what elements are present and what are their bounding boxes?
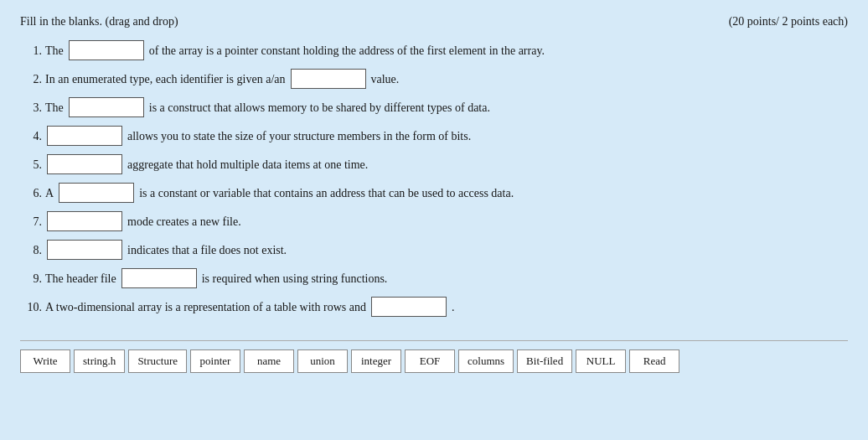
q2-text-after: value.: [371, 70, 400, 88]
question-row-1: 1. The of the array is a pointer constan…: [20, 40, 848, 60]
drag-bar: Writestring.hStructurepointernameunionin…: [20, 340, 848, 373]
question-row-7: 7. mode creates a new file.: [20, 211, 848, 231]
drag-item-structure[interactable]: Structure: [128, 349, 187, 373]
q6-blank[interactable]: [59, 183, 134, 203]
q5-number: 5.: [20, 156, 42, 173]
q2-number: 2.: [20, 70, 42, 88]
q8-text-after: indicates that a file does not exist.: [127, 241, 287, 259]
drag-item-columns[interactable]: columns: [458, 349, 514, 373]
question-row-9: 9. The header file is required when usin…: [20, 268, 848, 288]
q9-number: 9.: [20, 270, 42, 287]
header-right: (20 points/ 2 points each): [729, 15, 848, 28]
drag-item-name[interactable]: name: [244, 349, 294, 373]
q3-blank[interactable]: [69, 97, 144, 117]
q1-number: 1.: [20, 42, 42, 60]
q7-number: 7.: [20, 213, 42, 230]
drag-item-null[interactable]: NULL: [576, 349, 626, 373]
q4-number: 4.: [20, 127, 42, 145]
question-row-2: 2. In an enumerated type, each identifie…: [20, 69, 848, 89]
q4-blank[interactable]: [47, 126, 122, 146]
drag-item-bit-filed[interactable]: Bit-filed: [517, 349, 572, 373]
question-row-10: 10. A two-dimensional array is a represe…: [20, 297, 848, 317]
q9-text-after: is required when using string functions.: [202, 270, 388, 287]
q9-blank[interactable]: [121, 268, 197, 288]
q2-text-before: In an enumerated type, each identifier i…: [45, 70, 286, 88]
question-row-8: 8. indicates that a file does not exist.: [20, 240, 848, 260]
q6-text-a: A: [45, 184, 54, 202]
questions-container: 1. The of the array is a pointer constan…: [20, 40, 848, 317]
drag-item-pointer[interactable]: pointer: [190, 349, 240, 373]
drag-item-eof[interactable]: EOF: [405, 349, 455, 373]
q5-blank[interactable]: [47, 154, 122, 174]
question-row-5: 5. aggregate that hold multiple data ite…: [20, 154, 848, 174]
q8-number: 8.: [20, 241, 42, 259]
q9-text-before: The header file: [45, 270, 116, 287]
q1-text-after: of the array is a pointer constant holdi…: [149, 42, 545, 60]
q1-blank[interactable]: [69, 40, 144, 60]
q6-number: 6.: [20, 184, 42, 202]
drag-item-integer[interactable]: integer: [351, 349, 401, 373]
question-row-4: 4. allows you to state the size of your …: [20, 126, 848, 146]
q8-blank[interactable]: [47, 240, 122, 260]
q4-text-after: allows you to state the size of your str…: [127, 127, 471, 145]
drag-item-write[interactable]: Write: [20, 349, 70, 373]
q10-number: 10.: [20, 298, 42, 316]
q3-text-after: is a construct that allows memory to be …: [149, 99, 490, 116]
q7-text-after: mode creates a new file.: [127, 213, 241, 230]
q1-text-before: The: [45, 42, 64, 60]
question-row-3: 3. The is a construct that allows memory…: [20, 97, 848, 117]
q5-text-after: aggregate that hold multiple data items …: [127, 156, 368, 173]
q3-number: 3.: [20, 99, 42, 116]
q7-blank[interactable]: [47, 211, 122, 231]
q10-blank[interactable]: [371, 297, 447, 317]
q10-text-before: A two-dimensional array is a representat…: [45, 298, 366, 316]
q3-text-before: The: [45, 99, 64, 116]
drag-item-read[interactable]: Read: [629, 349, 679, 373]
q6-text-after: is a constant or variable that contains …: [139, 184, 514, 202]
q10-text-after: .: [452, 298, 455, 316]
header-left: Fill in the blanks. (drag and drop): [20, 15, 178, 28]
drag-item-string-h[interactable]: string.h: [74, 349, 125, 373]
question-row-6: 6. A is a constant or variable that cont…: [20, 183, 848, 203]
q2-blank[interactable]: [291, 69, 366, 89]
drag-item-union[interactable]: union: [297, 349, 348, 373]
